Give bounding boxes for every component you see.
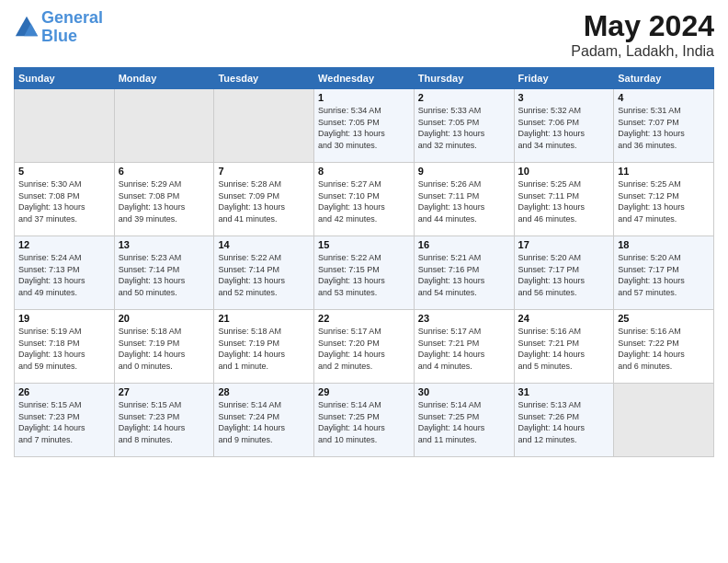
calendar-cell: 9Sunrise: 5:26 AM Sunset: 7:11 PM Daylig… <box>414 163 514 236</box>
calendar-body: 1Sunrise: 5:34 AM Sunset: 7:05 PM Daylig… <box>15 89 714 457</box>
calendar-cell: 14Sunrise: 5:22 AM Sunset: 7:14 PM Dayli… <box>214 236 314 310</box>
day-number: 17 <box>518 239 610 250</box>
calendar-week-5: 26Sunrise: 5:15 AM Sunset: 7:23 PM Dayli… <box>15 384 714 457</box>
day-number: 30 <box>418 386 510 397</box>
month-title: May 2024 <box>571 9 714 43</box>
calendar-cell: 3Sunrise: 5:32 AM Sunset: 7:06 PM Daylig… <box>514 89 614 163</box>
calendar-cell: 1Sunrise: 5:34 AM Sunset: 7:05 PM Daylig… <box>314 89 415 163</box>
day-number: 18 <box>618 239 710 250</box>
calendar-cell: 16Sunrise: 5:21 AM Sunset: 7:16 PM Dayli… <box>414 236 514 310</box>
calendar-cell: 24Sunrise: 5:16 AM Sunset: 7:21 PM Dayli… <box>514 310 614 384</box>
day-number: 6 <box>119 166 210 177</box>
day-info: Sunrise: 5:13 AM Sunset: 7:26 PM Dayligh… <box>518 399 610 445</box>
day-info: Sunrise: 5:22 AM Sunset: 7:15 PM Dayligh… <box>318 252 410 298</box>
day-number: 28 <box>218 386 310 397</box>
day-info: Sunrise: 5:18 AM Sunset: 7:19 PM Dayligh… <box>218 326 310 372</box>
day-number: 19 <box>18 313 110 324</box>
calendar-cell: 10Sunrise: 5:25 AM Sunset: 7:11 PM Dayli… <box>514 163 614 236</box>
day-info: Sunrise: 5:24 AM Sunset: 7:13 PM Dayligh… <box>18 252 110 298</box>
location: Padam, Ladakh, India <box>571 43 714 60</box>
col-wednesday: Wednesday <box>314 68 415 89</box>
col-tuesday: Tuesday <box>214 68 314 89</box>
day-info: Sunrise: 5:34 AM Sunset: 7:05 PM Dayligh… <box>318 105 410 151</box>
calendar-cell: 28Sunrise: 5:14 AM Sunset: 7:24 PM Dayli… <box>214 384 314 457</box>
col-sunday: Sunday <box>15 68 115 89</box>
col-monday: Monday <box>114 68 214 89</box>
day-info: Sunrise: 5:14 AM Sunset: 7:25 PM Dayligh… <box>418 399 510 445</box>
calendar-cell <box>614 384 714 457</box>
day-number: 2 <box>418 92 510 103</box>
day-number: 15 <box>318 239 410 250</box>
calendar-cell: 4Sunrise: 5:31 AM Sunset: 7:07 PM Daylig… <box>614 89 714 163</box>
day-info: Sunrise: 5:16 AM Sunset: 7:22 PM Dayligh… <box>618 326 710 372</box>
calendar-table: Sunday Monday Tuesday Wednesday Thursday… <box>14 67 714 457</box>
calendar-cell: 15Sunrise: 5:22 AM Sunset: 7:15 PM Dayli… <box>314 236 415 310</box>
day-number: 5 <box>18 166 110 177</box>
day-number: 29 <box>318 386 410 397</box>
calendar-week-3: 12Sunrise: 5:24 AM Sunset: 7:13 PM Dayli… <box>15 236 714 310</box>
calendar-cell <box>114 89 214 163</box>
day-number: 13 <box>119 239 210 250</box>
day-number: 22 <box>318 313 410 324</box>
day-info: Sunrise: 5:15 AM Sunset: 7:23 PM Dayligh… <box>18 399 110 445</box>
calendar-cell: 30Sunrise: 5:14 AM Sunset: 7:25 PM Dayli… <box>414 384 514 457</box>
day-info: Sunrise: 5:25 AM Sunset: 7:11 PM Dayligh… <box>518 178 610 224</box>
day-number: 1 <box>318 92 410 103</box>
calendar-cell: 31Sunrise: 5:13 AM Sunset: 7:26 PM Dayli… <box>514 384 614 457</box>
calendar-cell: 18Sunrise: 5:20 AM Sunset: 7:17 PM Dayli… <box>614 236 714 310</box>
day-info: Sunrise: 5:33 AM Sunset: 7:05 PM Dayligh… <box>418 105 510 151</box>
day-info: Sunrise: 5:30 AM Sunset: 7:08 PM Dayligh… <box>18 178 110 224</box>
day-info: Sunrise: 5:20 AM Sunset: 7:17 PM Dayligh… <box>618 252 710 298</box>
calendar-cell: 13Sunrise: 5:23 AM Sunset: 7:14 PM Dayli… <box>114 236 214 310</box>
day-number: 12 <box>18 239 110 250</box>
logo-text: General Blue <box>41 9 103 46</box>
day-number: 8 <box>318 166 410 177</box>
day-info: Sunrise: 5:29 AM Sunset: 7:08 PM Dayligh… <box>119 178 210 224</box>
calendar-cell: 23Sunrise: 5:17 AM Sunset: 7:21 PM Dayli… <box>414 310 514 384</box>
day-number: 4 <box>618 92 710 103</box>
day-number: 11 <box>618 166 710 177</box>
day-info: Sunrise: 5:20 AM Sunset: 7:17 PM Dayligh… <box>518 252 610 298</box>
calendar-week-4: 19Sunrise: 5:19 AM Sunset: 7:18 PM Dayli… <box>15 310 714 384</box>
col-thursday: Thursday <box>414 68 514 89</box>
calendar-cell: 29Sunrise: 5:14 AM Sunset: 7:25 PM Dayli… <box>314 384 415 457</box>
calendar-cell: 19Sunrise: 5:19 AM Sunset: 7:18 PM Dayli… <box>15 310 115 384</box>
day-number: 27 <box>119 386 210 397</box>
day-number: 16 <box>418 239 510 250</box>
day-info: Sunrise: 5:22 AM Sunset: 7:14 PM Dayligh… <box>218 252 310 298</box>
calendar-cell: 12Sunrise: 5:24 AM Sunset: 7:13 PM Dayli… <box>15 236 115 310</box>
calendar-cell: 6Sunrise: 5:29 AM Sunset: 7:08 PM Daylig… <box>114 163 214 236</box>
logo: General Blue <box>14 9 103 46</box>
day-info: Sunrise: 5:28 AM Sunset: 7:09 PM Dayligh… <box>218 178 310 224</box>
col-friday: Friday <box>514 68 614 89</box>
calendar-cell: 7Sunrise: 5:28 AM Sunset: 7:09 PM Daylig… <box>214 163 314 236</box>
calendar-cell: 5Sunrise: 5:30 AM Sunset: 7:08 PM Daylig… <box>15 163 115 236</box>
day-info: Sunrise: 5:27 AM Sunset: 7:10 PM Dayligh… <box>318 178 410 224</box>
calendar-cell <box>15 89 115 163</box>
day-info: Sunrise: 5:17 AM Sunset: 7:21 PM Dayligh… <box>418 326 510 372</box>
title-block: May 2024 Padam, Ladakh, India <box>571 9 714 60</box>
calendar-cell: 22Sunrise: 5:17 AM Sunset: 7:20 PM Dayli… <box>314 310 415 384</box>
day-info: Sunrise: 5:25 AM Sunset: 7:12 PM Dayligh… <box>618 178 710 224</box>
calendar-cell: 11Sunrise: 5:25 AM Sunset: 7:12 PM Dayli… <box>614 163 714 236</box>
calendar-cell: 27Sunrise: 5:15 AM Sunset: 7:23 PM Dayli… <box>114 384 214 457</box>
col-saturday: Saturday <box>614 68 714 89</box>
day-info: Sunrise: 5:23 AM Sunset: 7:14 PM Dayligh… <box>119 252 210 298</box>
calendar-cell: 8Sunrise: 5:27 AM Sunset: 7:10 PM Daylig… <box>314 163 415 236</box>
day-info: Sunrise: 5:18 AM Sunset: 7:19 PM Dayligh… <box>119 326 210 372</box>
calendar-cell: 17Sunrise: 5:20 AM Sunset: 7:17 PM Dayli… <box>514 236 614 310</box>
day-number: 20 <box>119 313 210 324</box>
logo-icon <box>14 15 40 40</box>
page-container: General Blue May 2024 Padam, Ladakh, Ind… <box>0 0 728 466</box>
day-number: 24 <box>518 313 610 324</box>
calendar-cell: 20Sunrise: 5:18 AM Sunset: 7:19 PM Dayli… <box>114 310 214 384</box>
day-number: 26 <box>18 386 110 397</box>
day-number: 3 <box>518 92 610 103</box>
day-number: 25 <box>618 313 710 324</box>
day-info: Sunrise: 5:16 AM Sunset: 7:21 PM Dayligh… <box>518 326 610 372</box>
calendar-week-2: 5Sunrise: 5:30 AM Sunset: 7:08 PM Daylig… <box>15 163 714 236</box>
day-info: Sunrise: 5:32 AM Sunset: 7:06 PM Dayligh… <box>518 105 610 151</box>
calendar-cell: 26Sunrise: 5:15 AM Sunset: 7:23 PM Dayli… <box>15 384 115 457</box>
day-info: Sunrise: 5:31 AM Sunset: 7:07 PM Dayligh… <box>618 105 710 151</box>
day-info: Sunrise: 5:14 AM Sunset: 7:25 PM Dayligh… <box>318 399 410 445</box>
